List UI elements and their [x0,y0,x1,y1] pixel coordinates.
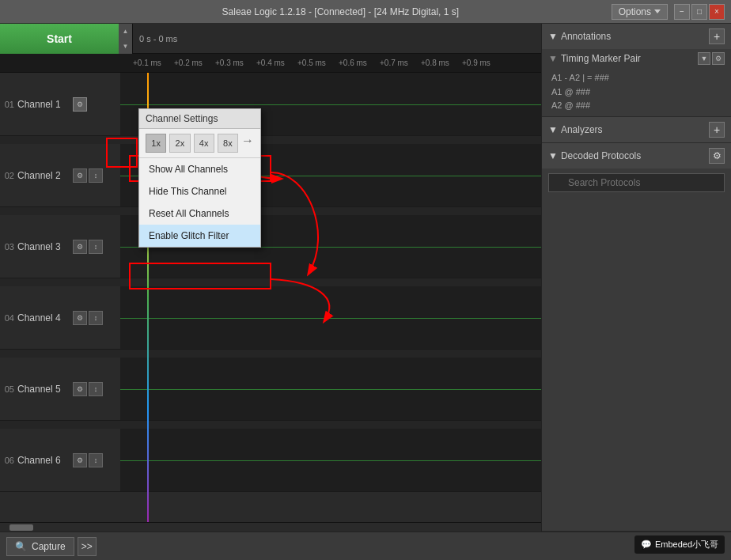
options-dropdown-icon [654,9,661,13]
start-button[interactable]: Start [0,24,119,54]
channel-4-controls: ⚙ ↕ [73,311,120,325]
channel-row-2: 02 Channel 2 ⚙ ↕ [0,144,541,207]
left-panel: Start ▲ ▼ 0 s - 0 ms +0.1 ms +0.2 ms +0.… [0,24,541,532]
channel-row-3: 03 Channel 3 ⚙ ↕ [0,215,541,278]
time-display: 0 s - 0 ms [133,34,541,44]
annotation-formula: A1 - A2 | = ### [551,71,722,85]
tick-3: +0.3 ms [215,59,256,67]
divider-4 [0,350,541,358]
minimize-button[interactable]: − [674,4,690,20]
decoded-protocols-title: Decoded Protocols [561,150,641,161]
context-menu: Channel Settings 1x 2x 4x 8x → Show All … [138,108,261,248]
hide-this-channel-item[interactable]: Hide This Channel [139,180,260,202]
channel-4-signal [120,286,541,349]
channel-4-signal-line [120,318,541,319]
channel-2-stretch-btn[interactable]: ↕ [89,168,103,183]
channel-3-gear-btn[interactable]: ⚙ [73,240,87,254]
channel-6-num: 06 [0,456,17,465]
tick-5: +0.5 ms [297,59,339,67]
show-all-channels-item[interactable]: Show All Channels [139,158,260,180]
channel-6-controls: ⚙ ↕ [73,453,120,467]
channel-6-signal [120,429,541,491]
channel-6-stretch-btn[interactable]: ↕ [89,453,103,467]
divider-2 [0,207,541,215]
channel-6-gear-btn[interactable]: ⚙ [73,453,87,467]
annotation-a1: A1 @ ### [551,85,722,100]
bottom-bar: 🔍 Capture >> [0,532,731,560]
options-button[interactable]: Options [612,4,668,20]
channel-3-stretch-btn[interactable]: ↕ [89,240,103,254]
title-bar-title: Saleae Logic 1.2.18 - [Connected] - [24 … [70,6,612,17]
scroll-down-arrow[interactable]: ▼ [119,39,132,54]
zoom-arrow-icon: → [241,134,254,153]
scroll-up-arrow[interactable]: ▲ [119,24,132,39]
channel-5-num: 05 [0,384,17,394]
channel-4-gear-btn[interactable]: ⚙ [73,311,87,325]
annotation-data: A1 - A2 | = ### A1 @ ### A2 @ ### [542,68,731,116]
annotations-collapse-icon[interactable]: ▼ [548,31,558,42]
reset-all-channels-item[interactable]: Reset All Channels [139,202,260,225]
start-area: Start ▲ ▼ 0 s - 0 ms [0,24,541,54]
tick-6: +0.6 ms [339,59,380,67]
tick-9: +0.9 ms [462,59,503,67]
channel-1-controls: ⚙ [73,97,120,112]
divider-1 [0,136,541,144]
marker-gear-btn[interactable]: ⚙ [712,52,725,65]
timeline-ticks: +0.1 ms +0.2 ms +0.3 ms +0.4 ms +0.5 ms … [133,59,503,67]
zoom-8x-btn[interactable]: 8x [218,134,238,153]
timeline-ticks-bar: +0.1 ms +0.2 ms +0.3 ms +0.4 ms +0.5 ms … [0,54,541,73]
h-scrollbar[interactable] [0,522,541,532]
channel-row-1: 01 Channel 1 ⚙ [0,73,541,136]
channel-5-stretch-btn[interactable]: ↕ [89,382,103,396]
channel-row-6: 06 Channel 6 ⚙ ↕ [0,429,541,492]
search-wrapper: 🔍 [548,173,725,192]
annotations-title: Annotations [561,31,611,42]
decoded-protocols-section: ▼ Decoded Protocols ⚙ 🔍 [542,143,731,532]
channel-2-gear-btn[interactable]: ⚙ [73,168,87,183]
annotations-add-btn[interactable]: + [709,28,725,44]
zoom-4x-btn[interactable]: 4x [194,134,214,153]
channel-6-label: Channel 6 [17,455,73,466]
title-bar: Saleae Logic 1.2.18 - [Connected] - [24 … [0,0,731,24]
channel-5-gear-btn[interactable]: ⚙ [73,382,87,396]
channel-row-4: 04 Channel 4 ⚙ ↕ [0,286,541,350]
decoded-protocols-header: ▼ Decoded Protocols ⚙ [542,143,731,168]
channel-2-label: Channel 2 [17,170,73,181]
capture-button[interactable]: 🔍 Capture [6,537,74,556]
timing-marker-label: Timing Marker Pair [561,53,695,64]
channel-4-stretch-btn[interactable]: ↕ [89,311,103,325]
marker-down-btn[interactable]: ▼ [698,52,710,65]
capture-label: Capture [32,541,66,552]
tick-1: +0.1 ms [133,59,174,67]
channel-4-num: 04 [0,313,17,323]
h-scrollbar-thumb[interactable] [9,524,33,531]
right-panel: ▼ Annotations + ▼ Timing Marker Pair ▼ ⚙… [541,24,731,532]
analyzers-header: ▼ Analyzers + [542,117,731,142]
channel-6-signal-line [120,460,541,461]
enable-glitch-filter-item[interactable]: Enable Glitch Filter [139,225,260,247]
annotations-section: ▼ Annotations + ▼ Timing Marker Pair ▼ ⚙… [542,24,731,117]
maximize-button[interactable]: □ [691,4,707,20]
divider-3 [0,278,541,286]
channel-3-label: Channel 3 [17,241,73,252]
channel-4-label: Channel 4 [17,312,73,324]
context-menu-zoom: 1x 2x 4x 8x → [139,129,260,158]
channel-5-controls: ⚙ ↕ [73,382,120,396]
analyzers-add-btn[interactable]: + [709,122,725,138]
capture-arrow-btn[interactable]: >> [78,537,97,556]
channel-1-signal-line [120,104,541,105]
decoded-collapse-icon[interactable]: ▼ [548,150,558,161]
close-button[interactable]: × [709,4,725,20]
channel-1-label: Channel 1 [17,99,73,110]
analyzers-collapse-icon[interactable]: ▼ [548,124,558,135]
zoom-2x-btn[interactable]: 2x [169,134,190,153]
analyzers-title: Analyzers [561,124,603,135]
channel-1-gear-btn[interactable]: ⚙ [73,97,87,112]
search-protocols-input[interactable] [548,173,725,192]
decoded-protocols-gear-btn[interactable]: ⚙ [709,148,725,164]
zoom-1x-btn[interactable]: 1x [146,134,166,153]
window-controls: − □ × [674,4,725,20]
context-menu-title: Channel Settings [139,109,260,129]
channel-2-num: 02 [0,171,17,180]
timing-marker-row: ▼ Timing Marker Pair ▼ ⚙ [542,49,731,68]
